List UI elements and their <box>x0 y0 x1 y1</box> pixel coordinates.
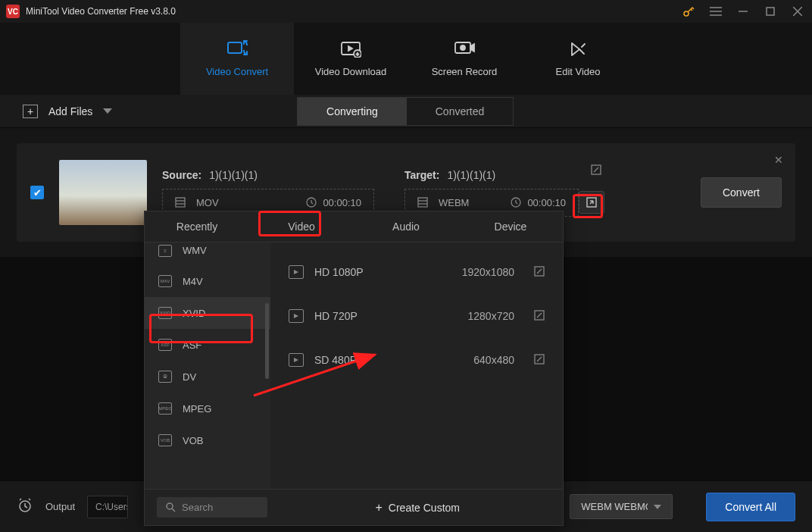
tab-label: Screen Record <box>432 66 498 77</box>
tab-edit-video[interactable]: Edit Video <box>521 23 635 95</box>
resolution-720p[interactable]: HD 720P 1280x720 <box>270 294 563 338</box>
source-label: Source: <box>162 169 201 181</box>
annotation-arrow <box>250 349 386 402</box>
tab-label: Video Download <box>315 66 386 77</box>
tab-label: Edit Video <box>555 66 600 77</box>
dropdown-tab-audio[interactable]: Audio <box>354 211 458 242</box>
chevron-down-icon <box>103 108 112 114</box>
top-tabs: Video Convert Video Download Screen Reco… <box>0 23 812 95</box>
target-filename: 1)(1)(1)(1) <box>447 169 495 181</box>
convert-button[interactable]: Convert <box>701 177 782 208</box>
format-wmv[interactable]: ≡WMV <box>145 246 270 265</box>
dropdown-tab-recently[interactable]: Recently <box>145 211 249 242</box>
codec-icon <box>417 197 428 208</box>
res-edit-icon[interactable] <box>534 354 545 367</box>
add-files-icon: + <box>23 105 38 118</box>
res-dim: 640x480 <box>423 354 514 366</box>
svg-rect-5 <box>767 8 774 15</box>
target-format-expand-button[interactable] <box>579 191 604 214</box>
video-download-icon <box>339 40 362 58</box>
close-window-icon[interactable] <box>789 3 806 20</box>
codec-icon <box>175 197 186 208</box>
tab-label: Video Convert <box>206 66 268 77</box>
format-xvid[interactable]: XVIDXVID <box>145 297 270 329</box>
output-format-dropdown[interactable]: WEBM WEBMCus <box>570 494 673 519</box>
svg-point-14 <box>461 45 465 50</box>
screen-record-icon <box>453 40 476 58</box>
target-codec: WEBM <box>439 197 469 208</box>
target-duration: 00:00:10 <box>527 197 566 208</box>
format-vob[interactable]: VOBVOB <box>145 424 270 456</box>
source-filename: 1)(1)(1)(1) <box>209 169 258 181</box>
source-duration: 00:00:10 <box>323 197 361 208</box>
upgrade-key-icon[interactable] <box>680 3 697 20</box>
dropdown-tab-video[interactable]: Video <box>249 211 354 242</box>
minimize-icon[interactable] <box>735 3 751 20</box>
target-info: Target: 1)(1)(1)(1) WEBM 00:00:10 <box>404 169 604 217</box>
add-files-button[interactable]: + Add Files <box>23 105 112 118</box>
add-files-label: Add Files <box>48 105 92 117</box>
svg-rect-21 <box>418 198 427 207</box>
menu-icon[interactable] <box>707 3 724 20</box>
svg-marker-15 <box>103 108 112 114</box>
format-m4v[interactable]: M4VM4V <box>145 265 270 297</box>
svg-rect-16 <box>176 198 185 207</box>
titlebar: VC MiniTool Video Converter Free v3.8.0 <box>0 0 812 23</box>
tab-video-download[interactable]: Video Download <box>294 23 408 95</box>
xvid-icon: XVID <box>158 307 172 319</box>
convert-all-button[interactable]: Convert All <box>706 493 795 521</box>
clock-icon <box>511 197 521 208</box>
svg-marker-37 <box>654 505 661 509</box>
maximize-icon[interactable] <box>762 3 779 20</box>
edit-video-icon <box>567 40 589 58</box>
toolbar: + Add Files Converting Converted <box>0 95 812 128</box>
res-name: HD 720P <box>314 310 413 322</box>
edit-target-icon[interactable] <box>591 164 601 178</box>
converting-tab[interactable]: Converting <box>298 98 407 125</box>
converted-tab[interactable]: Converted <box>407 98 514 125</box>
dv-icon: ⦿ <box>158 371 172 383</box>
clock-icon <box>306 197 317 208</box>
m4v-icon: M4V <box>158 275 172 287</box>
app-logo-icon: VC <box>6 5 20 18</box>
target-label: Target: <box>404 169 439 181</box>
svg-marker-10 <box>348 46 352 51</box>
svg-line-33 <box>172 509 175 512</box>
tab-video-convert[interactable]: Video Convert <box>180 23 294 95</box>
tab-screen-record[interactable]: Screen Record <box>408 23 521 95</box>
asf-icon: ASF <box>158 339 172 351</box>
wmv-icon: ≡ <box>158 245 172 257</box>
remove-task-icon[interactable]: ✕ <box>774 154 783 166</box>
task-checkbox[interactable]: ✔ <box>30 186 44 199</box>
create-custom-button[interactable]: + Create Custom <box>376 501 461 515</box>
resolution-1080p[interactable]: HD 1080P 1920x1080 <box>270 250 563 294</box>
video-thumbnail[interactable] <box>59 160 147 225</box>
search-icon <box>166 502 176 512</box>
dropdown-tab-device[interactable]: Device <box>458 211 563 242</box>
format-search-input[interactable]: Search <box>157 497 267 518</box>
output-label: Output <box>45 501 75 512</box>
source-info: Source: 1)(1)(1)(1) MOV 00:00:10 <box>162 169 374 217</box>
chevron-down-icon <box>654 505 661 509</box>
video-file-icon <box>289 265 304 279</box>
svg-rect-8 <box>228 42 242 53</box>
vob-icon: VOB <box>158 434 172 446</box>
mpeg-icon: MPEG <box>158 402 172 415</box>
app-title: MiniTool Video Converter Free v3.8.0 <box>26 6 176 17</box>
res-edit-icon[interactable] <box>534 310 545 323</box>
res-name: HD 1080P <box>314 266 413 278</box>
output-format-label: WEBM WEBMCus <box>581 501 648 512</box>
alarm-icon[interactable] <box>17 497 33 517</box>
res-edit-icon[interactable] <box>534 266 545 279</box>
svg-marker-26 <box>294 270 298 274</box>
res-dim: 1920x1080 <box>423 266 514 278</box>
svg-point-32 <box>167 503 173 509</box>
source-codec: MOV <box>196 197 219 208</box>
res-dim: 1280x720 <box>423 310 514 322</box>
search-placeholder: Search <box>182 502 213 513</box>
output-path-input[interactable]: C:\Users <box>87 496 128 518</box>
create-custom-label: Create Custom <box>389 502 460 514</box>
video-convert-icon <box>226 40 248 58</box>
svg-marker-28 <box>294 314 298 318</box>
video-file-icon <box>289 309 304 323</box>
